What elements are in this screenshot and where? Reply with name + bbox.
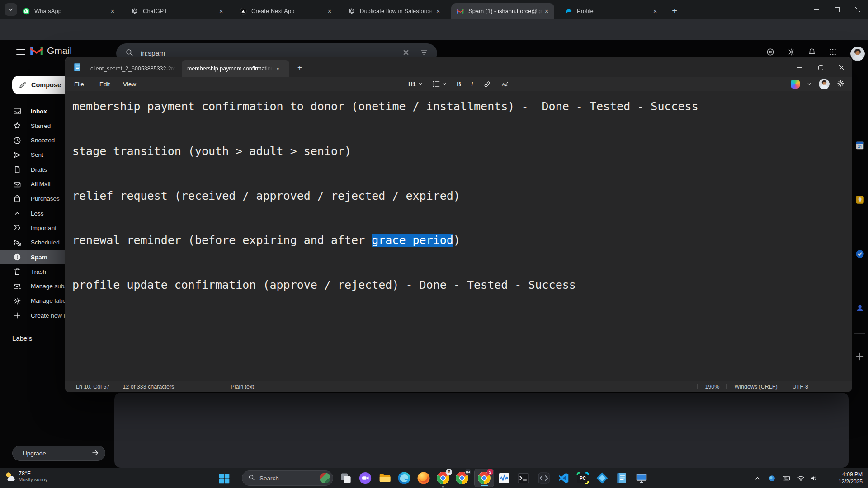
taskbar-search-placeholder: Search <box>259 475 279 482</box>
browser-window-controls <box>806 0 868 19</box>
taskbar-app-video-chat[interactable] <box>359 471 372 485</box>
document-mode[interactable]: Plain text <box>231 384 254 390</box>
heading-style-button[interactable]: H1 <box>408 81 423 88</box>
taskbar-search[interactable]: Search <box>242 470 333 486</box>
taskbar-clock[interactable]: 4:09 PM 12/2/2025 <box>821 471 863 485</box>
minimize-button[interactable] <box>806 0 826 19</box>
tasks-icon[interactable] <box>855 249 865 259</box>
contacts-icon[interactable] <box>855 303 865 313</box>
volume-icon[interactable] <box>810 474 818 482</box>
browser-tab-duplicate-flow-in-salesforce[interactable]: Duplicate flow in Salesforce× <box>343 3 446 19</box>
tray-chevron-up-icon[interactable] <box>754 474 761 482</box>
editor-line[interactable]: stage transition (youth > adult > senior… <box>72 140 852 162</box>
taskbar-app-chrome-profile[interactable] <box>436 471 450 485</box>
browser-tab-create-next-app[interactable]: Create Next App× <box>234 3 337 19</box>
taskbar-app-dev-app[interactable] <box>537 471 551 485</box>
list-style-button[interactable] <box>433 81 447 87</box>
taskbar-app-stacked-windows[interactable] <box>339 471 353 485</box>
menu-file[interactable]: File <box>71 77 87 91</box>
notepad-tab-1[interactable]: client_secret_2_60053885332-2reqe52rribc <box>85 60 182 77</box>
tab-close-icon[interactable]: × <box>108 7 117 15</box>
touch-keyboard-icon[interactable] <box>783 474 790 482</box>
menu-edit[interactable]: Edit <box>97 77 113 91</box>
whatsapp-favicon <box>23 8 30 15</box>
calendar-icon[interactable]: 31 <box>855 141 865 150</box>
taskbar: 78°FMostly sunny Search SPC 4:09 PM 12/2… <box>0 468 868 488</box>
browser-tab-whatsapp[interactable]: WhatsApp× <box>17 3 120 19</box>
tab-close-icon[interactable]: × <box>434 7 442 15</box>
tab-close-icon[interactable]: × <box>542 7 551 15</box>
settings-gear-icon[interactable] <box>787 48 795 58</box>
notepad-close-button[interactable] <box>831 57 852 77</box>
editor-line[interactable] <box>72 117 852 140</box>
taskbar-app-blue-diamond-app[interactable] <box>595 471 609 485</box>
link-button[interactable] <box>483 80 491 88</box>
taskbar-app-pycharm[interactable]: PC <box>576 471 590 485</box>
compose-button[interactable]: Compose <box>12 76 72 94</box>
get-addons-icon[interactable] <box>855 352 865 361</box>
editor-line[interactable] <box>72 252 852 274</box>
notepad-settings-icon[interactable] <box>837 80 844 89</box>
menu-view[interactable]: View <box>120 77 139 91</box>
gmail-search-input[interactable]: in:spam <box>141 49 165 57</box>
tab-close-icon[interactable]: × <box>217 7 225 15</box>
notepad-account-avatar[interactable] <box>819 79 830 89</box>
taskbar-app-notepad[interactable] <box>615 471 628 485</box>
wifi-icon[interactable] <box>797 474 805 482</box>
taskbar-app-file-explorer[interactable] <box>378 471 392 485</box>
editor-line[interactable]: renewal reminder (before expiring and af… <box>72 229 852 251</box>
tab-close-icon[interactable]: × <box>326 7 334 15</box>
taskbar-app-edge[interactable] <box>397 471 411 485</box>
salesforce-favicon <box>565 8 572 15</box>
main-menu-icon[interactable] <box>16 49 25 55</box>
taskbar-app-terminal[interactable] <box>517 471 530 485</box>
maximize-button[interactable] <box>826 0 847 19</box>
bold-button[interactable]: B <box>457 80 461 88</box>
editor-line[interactable]: membership payment confirmation to donor… <box>72 95 852 117</box>
gmail-profile-avatar[interactable] <box>850 47 865 61</box>
clock-icon <box>13 136 22 145</box>
taskbar-app-monitor-app[interactable] <box>635 471 648 485</box>
taskbar-app-media-app[interactable] <box>497 471 511 485</box>
taskbar-app-chrome-secondary[interactable] <box>455 471 469 485</box>
editor-line[interactable]: relief request (received / approved / re… <box>72 185 852 207</box>
help-icon[interactable] <box>766 48 774 58</box>
notepad-maximize-button[interactable] <box>810 57 831 77</box>
editor-line[interactable] <box>72 207 852 229</box>
editor-line[interactable] <box>72 162 852 184</box>
search-filter-icon[interactable] <box>420 48 428 58</box>
tab-close-icon[interactable]: × <box>651 7 659 15</box>
italic-button[interactable]: I <box>471 80 473 88</box>
editor-line[interactable]: profile update confirmation (approve / r… <box>72 274 852 296</box>
new-tab-button[interactable]: + <box>668 5 681 17</box>
start-button[interactable] <box>217 472 231 485</box>
taskbar-app-firefox[interactable] <box>417 471 430 485</box>
keep-icon[interactable] <box>855 195 865 205</box>
weather-widget[interactable]: 78°FMostly sunny <box>4 470 47 482</box>
clear-search-icon[interactable] <box>402 48 410 58</box>
browser-tab-profile[interactable]: Profile× <box>560 3 663 19</box>
browser-tab-chatgpt[interactable]: ChatGPT× <box>126 3 229 19</box>
tab-search-button[interactable] <box>5 3 17 16</box>
notepad-new-tab-button[interactable]: + <box>295 63 305 73</box>
taskbar-app-vscode[interactable] <box>557 471 570 485</box>
upgrade-button[interactable]: Upgrade <box>12 446 105 461</box>
close-button[interactable] <box>847 0 868 19</box>
encoding[interactable]: UTF-8 <box>793 384 808 390</box>
taskbar-app-chrome-salesforce[interactable]: S <box>477 471 491 485</box>
search-icon[interactable] <box>125 48 133 58</box>
sidebar-item-label: Purchases <box>31 195 60 202</box>
clear-formatting-button[interactable]: A <box>501 80 509 88</box>
browser-tab-spam-1-ishann-tforce-gmai[interactable]: Spam (1) - ishann.tforce@gmai× <box>451 3 554 19</box>
selected-text[interactable]: grace period <box>372 234 453 247</box>
copilot-icon[interactable] <box>791 80 800 89</box>
apps-grid-icon[interactable] <box>829 48 837 58</box>
notepad-tab-2[interactable]: membership payment confirmation● <box>182 60 289 77</box>
notification-bell-icon[interactable] <box>808 48 816 58</box>
notepad-editor[interactable]: membership payment confirmation to donor… <box>65 91 852 381</box>
notepad-minimize-button[interactable] <box>789 57 810 77</box>
chevron-down-icon[interactable] <box>807 82 811 86</box>
tray-app-icon[interactable] <box>768 474 776 482</box>
line-endings[interactable]: Windows (CRLF) <box>734 384 777 390</box>
zoom-level[interactable]: 190% <box>705 384 719 390</box>
